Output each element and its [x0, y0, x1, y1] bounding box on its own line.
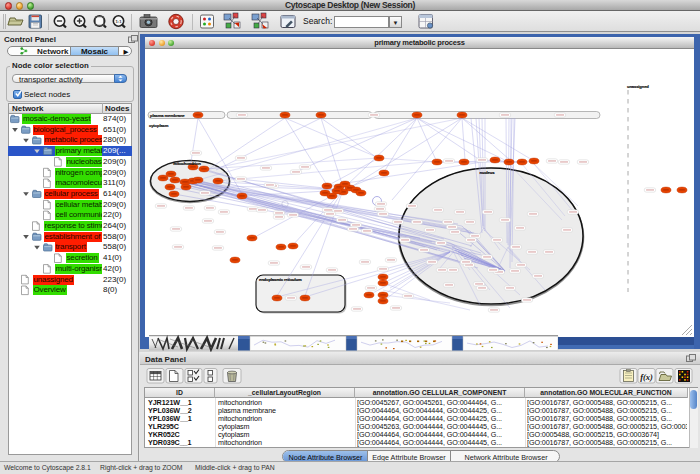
svg-text:endoplasmic reticulum: endoplasmic reticulum	[259, 277, 302, 282]
svg-text:mitochondrion: mitochondrion	[173, 161, 201, 166]
svg-text:cytoplasm: cytoplasm	[149, 123, 169, 128]
svg-text:unassigned: unassigned	[627, 84, 649, 89]
svg-text:nucleus: nucleus	[480, 170, 496, 175]
svg-text:f(x): f(x)	[640, 372, 653, 382]
svg-text:plasma membrane: plasma membrane	[150, 113, 185, 118]
